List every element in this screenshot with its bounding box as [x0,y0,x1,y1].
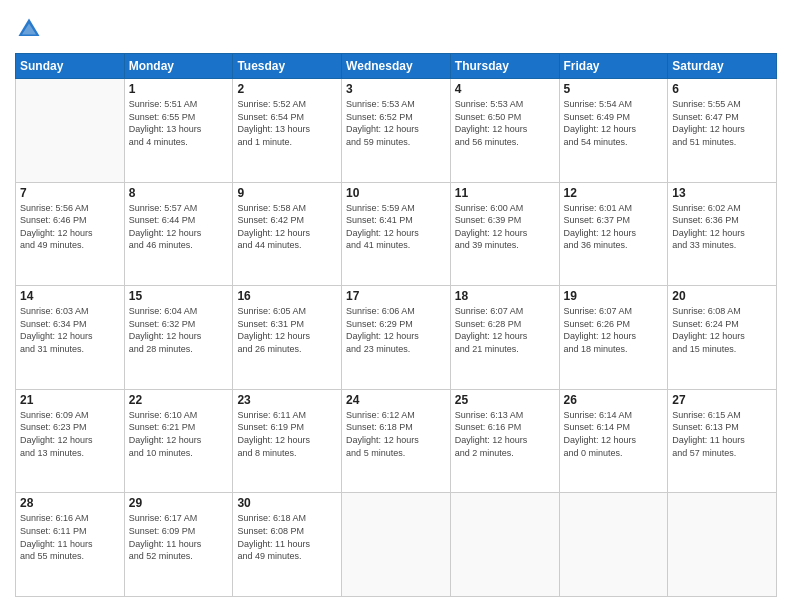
day-cell [559,493,668,597]
days-header-row: SundayMondayTuesdayWednesdayThursdayFrid… [16,54,777,79]
day-info: Sunrise: 6:15 AM Sunset: 6:13 PM Dayligh… [672,409,772,459]
day-cell: 9Sunrise: 5:58 AM Sunset: 6:42 PM Daylig… [233,182,342,286]
day-cell [16,79,125,183]
logo [15,15,49,43]
day-number: 28 [20,496,120,510]
day-cell: 19Sunrise: 6:07 AM Sunset: 6:26 PM Dayli… [559,286,668,390]
day-number: 21 [20,393,120,407]
day-info: Sunrise: 6:01 AM Sunset: 6:37 PM Dayligh… [564,202,664,252]
day-info: Sunrise: 6:13 AM Sunset: 6:16 PM Dayligh… [455,409,555,459]
day-number: 18 [455,289,555,303]
day-number: 19 [564,289,664,303]
day-cell: 14Sunrise: 6:03 AM Sunset: 6:34 PM Dayli… [16,286,125,390]
day-info: Sunrise: 5:51 AM Sunset: 6:55 PM Dayligh… [129,98,229,148]
day-info: Sunrise: 6:07 AM Sunset: 6:28 PM Dayligh… [455,305,555,355]
day-header-thursday: Thursday [450,54,559,79]
day-number: 5 [564,82,664,96]
day-info: Sunrise: 6:00 AM Sunset: 6:39 PM Dayligh… [455,202,555,252]
day-cell: 10Sunrise: 5:59 AM Sunset: 6:41 PM Dayli… [342,182,451,286]
day-info: Sunrise: 6:11 AM Sunset: 6:19 PM Dayligh… [237,409,337,459]
day-number: 11 [455,186,555,200]
day-cell: 20Sunrise: 6:08 AM Sunset: 6:24 PM Dayli… [668,286,777,390]
day-cell [450,493,559,597]
day-info: Sunrise: 6:03 AM Sunset: 6:34 PM Dayligh… [20,305,120,355]
page: SundayMondayTuesdayWednesdayThursdayFrid… [0,0,792,612]
day-number: 3 [346,82,446,96]
day-info: Sunrise: 5:56 AM Sunset: 6:46 PM Dayligh… [20,202,120,252]
day-cell: 28Sunrise: 6:16 AM Sunset: 6:11 PM Dayli… [16,493,125,597]
day-cell: 16Sunrise: 6:05 AM Sunset: 6:31 PM Dayli… [233,286,342,390]
day-cell: 15Sunrise: 6:04 AM Sunset: 6:32 PM Dayli… [124,286,233,390]
day-cell: 7Sunrise: 5:56 AM Sunset: 6:46 PM Daylig… [16,182,125,286]
day-number: 22 [129,393,229,407]
logo-icon [15,15,43,43]
day-cell: 18Sunrise: 6:07 AM Sunset: 6:28 PM Dayli… [450,286,559,390]
day-cell: 29Sunrise: 6:17 AM Sunset: 6:09 PM Dayli… [124,493,233,597]
header [15,15,777,43]
week-row-0: 1Sunrise: 5:51 AM Sunset: 6:55 PM Daylig… [16,79,777,183]
day-number: 7 [20,186,120,200]
day-header-monday: Monday [124,54,233,79]
day-info: Sunrise: 6:07 AM Sunset: 6:26 PM Dayligh… [564,305,664,355]
day-info: Sunrise: 5:55 AM Sunset: 6:47 PM Dayligh… [672,98,772,148]
day-info: Sunrise: 6:10 AM Sunset: 6:21 PM Dayligh… [129,409,229,459]
day-info: Sunrise: 5:53 AM Sunset: 6:50 PM Dayligh… [455,98,555,148]
day-number: 2 [237,82,337,96]
day-info: Sunrise: 6:18 AM Sunset: 6:08 PM Dayligh… [237,512,337,562]
day-number: 24 [346,393,446,407]
day-info: Sunrise: 6:12 AM Sunset: 6:18 PM Dayligh… [346,409,446,459]
day-number: 17 [346,289,446,303]
day-number: 25 [455,393,555,407]
day-cell [342,493,451,597]
week-row-4: 28Sunrise: 6:16 AM Sunset: 6:11 PM Dayli… [16,493,777,597]
week-row-3: 21Sunrise: 6:09 AM Sunset: 6:23 PM Dayli… [16,389,777,493]
day-cell: 3Sunrise: 5:53 AM Sunset: 6:52 PM Daylig… [342,79,451,183]
day-number: 4 [455,82,555,96]
day-header-wednesday: Wednesday [342,54,451,79]
day-number: 16 [237,289,337,303]
day-cell: 23Sunrise: 6:11 AM Sunset: 6:19 PM Dayli… [233,389,342,493]
day-cell: 6Sunrise: 5:55 AM Sunset: 6:47 PM Daylig… [668,79,777,183]
day-number: 20 [672,289,772,303]
day-cell: 25Sunrise: 6:13 AM Sunset: 6:16 PM Dayli… [450,389,559,493]
day-info: Sunrise: 6:16 AM Sunset: 6:11 PM Dayligh… [20,512,120,562]
day-info: Sunrise: 5:52 AM Sunset: 6:54 PM Dayligh… [237,98,337,148]
day-info: Sunrise: 6:09 AM Sunset: 6:23 PM Dayligh… [20,409,120,459]
day-info: Sunrise: 5:57 AM Sunset: 6:44 PM Dayligh… [129,202,229,252]
day-cell [668,493,777,597]
day-number: 26 [564,393,664,407]
day-header-friday: Friday [559,54,668,79]
day-cell: 24Sunrise: 6:12 AM Sunset: 6:18 PM Dayli… [342,389,451,493]
day-cell: 30Sunrise: 6:18 AM Sunset: 6:08 PM Dayli… [233,493,342,597]
day-cell: 5Sunrise: 5:54 AM Sunset: 6:49 PM Daylig… [559,79,668,183]
day-cell: 17Sunrise: 6:06 AM Sunset: 6:29 PM Dayli… [342,286,451,390]
day-cell: 26Sunrise: 6:14 AM Sunset: 6:14 PM Dayli… [559,389,668,493]
day-number: 30 [237,496,337,510]
day-cell: 22Sunrise: 6:10 AM Sunset: 6:21 PM Dayli… [124,389,233,493]
day-info: Sunrise: 5:54 AM Sunset: 6:49 PM Dayligh… [564,98,664,148]
day-header-sunday: Sunday [16,54,125,79]
day-info: Sunrise: 5:59 AM Sunset: 6:41 PM Dayligh… [346,202,446,252]
day-info: Sunrise: 6:14 AM Sunset: 6:14 PM Dayligh… [564,409,664,459]
day-cell: 27Sunrise: 6:15 AM Sunset: 6:13 PM Dayli… [668,389,777,493]
day-info: Sunrise: 6:08 AM Sunset: 6:24 PM Dayligh… [672,305,772,355]
day-cell: 13Sunrise: 6:02 AM Sunset: 6:36 PM Dayli… [668,182,777,286]
day-info: Sunrise: 6:05 AM Sunset: 6:31 PM Dayligh… [237,305,337,355]
day-number: 29 [129,496,229,510]
day-number: 15 [129,289,229,303]
day-number: 6 [672,82,772,96]
day-cell: 21Sunrise: 6:09 AM Sunset: 6:23 PM Dayli… [16,389,125,493]
day-number: 12 [564,186,664,200]
day-cell: 11Sunrise: 6:00 AM Sunset: 6:39 PM Dayli… [450,182,559,286]
day-cell: 12Sunrise: 6:01 AM Sunset: 6:37 PM Dayli… [559,182,668,286]
day-info: Sunrise: 5:58 AM Sunset: 6:42 PM Dayligh… [237,202,337,252]
day-number: 13 [672,186,772,200]
day-cell: 1Sunrise: 5:51 AM Sunset: 6:55 PM Daylig… [124,79,233,183]
day-number: 23 [237,393,337,407]
day-cell: 2Sunrise: 5:52 AM Sunset: 6:54 PM Daylig… [233,79,342,183]
day-info: Sunrise: 6:02 AM Sunset: 6:36 PM Dayligh… [672,202,772,252]
day-number: 9 [237,186,337,200]
day-number: 1 [129,82,229,96]
day-info: Sunrise: 5:53 AM Sunset: 6:52 PM Dayligh… [346,98,446,148]
day-header-saturday: Saturday [668,54,777,79]
